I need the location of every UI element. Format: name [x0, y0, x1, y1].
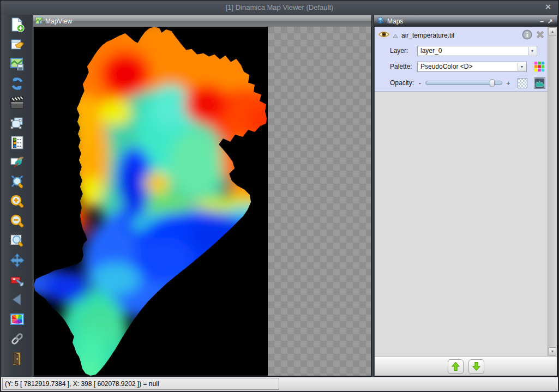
opacity-row: Opacity: - +: [390, 77, 545, 88]
scrollbar-up-icon[interactable]: ▲: [549, 27, 556, 35]
dropdown-arrow-icon[interactable]: ▼: [528, 47, 536, 55]
zoom-window-icon: [10, 233, 25, 250]
toolbar-zoom-out-button[interactable]: [8, 214, 26, 231]
palette-label: Palette:: [390, 63, 417, 70]
palette-editor-icon[interactable]: [534, 61, 545, 72]
toolbar-hummingbird-button[interactable]: [8, 155, 26, 172]
toolbar-exit-button[interactable]: [8, 351, 26, 368]
palette-select-value: PseudoColor <D>: [420, 63, 472, 70]
toolbar-link-button[interactable]: [8, 331, 26, 348]
window-title: [1] Dinamica Map Viewer (Default): [226, 3, 334, 11]
temperature-map[interactable]: [34, 27, 268, 376]
back-icon: [10, 292, 25, 309]
layer-filename: air_temperature.tif: [401, 32, 454, 39]
layer-info-icon[interactable]: i: [522, 29, 532, 42]
collapse-triangle-icon[interactable]: [393, 31, 398, 40]
toolbar-animation-button[interactable]: [8, 96, 26, 113]
toolbar-zoom-extent-button[interactable]: [8, 174, 26, 191]
maps-scrollbar[interactable]: ▲ ▼: [548, 27, 557, 356]
hummingbird-icon: [10, 155, 25, 172]
panel-float-button[interactable]: ↗: [548, 16, 553, 26]
opacity-slider-handle[interactable]: [490, 79, 495, 87]
opacity-slider[interactable]: [425, 81, 502, 85]
zoom-in-icon: [10, 194, 25, 211]
title-bar: [1] Dinamica Map Viewer (Default) ×: [1, 1, 558, 14]
toolbar-back-button[interactable]: [8, 292, 26, 309]
layer-card: air_temperature.tif i Layer: layer_0 ▼ P…: [375, 27, 548, 92]
toolbar-select-page-button[interactable]: [8, 37, 26, 54]
opacity-plus[interactable]: +: [504, 79, 512, 87]
toolbar-new-map-button[interactable]: [8, 17, 26, 34]
panel-minimize-button[interactable]: –: [540, 16, 544, 26]
toolbar-zoom-in-button[interactable]: [8, 194, 26, 211]
toolbar-palette-button[interactable]: [8, 312, 26, 329]
pan-icon: [10, 253, 25, 270]
save-map-icon: [10, 57, 25, 74]
toolbar-toolbox-button[interactable]: [8, 273, 26, 290]
palette-select[interactable]: PseudoColor <D> ▼: [417, 62, 527, 72]
toolbox-icon: [10, 273, 25, 290]
map-canvas[interactable]: [34, 27, 371, 376]
new-map-icon: [10, 17, 25, 34]
dropdown-arrow-icon[interactable]: ▼: [518, 63, 526, 71]
animation-icon: [10, 96, 25, 113]
exit-icon: [10, 351, 25, 368]
window-close-button[interactable]: ×: [543, 2, 554, 13]
maps-panel-header[interactable]: Maps – ↗: [374, 15, 557, 27]
mapview-panel-header[interactable]: MapView: [33, 15, 371, 27]
layer-select-value: layer_0: [420, 47, 442, 55]
zoom-out-icon: [10, 214, 25, 231]
dither-icon[interactable]: [518, 78, 527, 88]
mapview-panel-title: MapView: [45, 17, 72, 25]
maps-bottom-bar: [375, 357, 557, 376]
link-icon: [10, 331, 25, 348]
maps-panel-title: Maps: [387, 17, 403, 25]
visibility-eye-icon[interactable]: [378, 31, 389, 40]
mapview-icon: [35, 17, 43, 26]
layer-label: Layer:: [390, 47, 417, 55]
layers-icon: [376, 16, 384, 26]
zoom-extent-icon: [10, 174, 25, 191]
move-layer-down-button[interactable]: [468, 359, 484, 374]
toolbar-save-map-button[interactable]: [8, 57, 26, 74]
toolbar-zoom-window-button[interactable]: [8, 233, 26, 250]
toolbar-copy-view-button[interactable]: [8, 116, 26, 132]
toolbar-refresh-button[interactable]: [8, 76, 26, 93]
left-toolbar: [2, 15, 32, 377]
legend-icon: [10, 135, 25, 152]
layer-title-row: air_temperature.tif i: [378, 30, 545, 41]
app-window: [1] Dinamica Map Viewer (Default) × MapV…: [0, 0, 559, 392]
opacity-minus[interactable]: -: [416, 79, 423, 87]
toolbar-pan-button[interactable]: [8, 253, 26, 270]
histogram-icon[interactable]: [534, 77, 545, 89]
maps-panel: Maps – ↗ air_temperature.tif i Layer:: [374, 15, 558, 377]
mapview-panel: MapView: [33, 15, 372, 377]
opacity-label: Opacity:: [390, 79, 416, 87]
layer-close-icon[interactable]: [536, 30, 545, 41]
copy-view-icon: [10, 116, 25, 132]
select-page-icon: [10, 37, 25, 54]
palette-row: Palette: PseudoColor <D> ▼: [390, 61, 545, 72]
layer-select[interactable]: layer_0 ▼: [417, 46, 537, 56]
maps-panel-content: air_temperature.tif i Layer: layer_0 ▼ P…: [375, 27, 557, 376]
transparent-area-checkerboard[interactable]: [268, 27, 371, 376]
scrollbar-down-icon[interactable]: ▼: [549, 347, 556, 355]
toolbar-legend-button[interactable]: [8, 135, 26, 152]
status-bar: (Y: 5 [ 7812919.7384 ], X: 398 [ 602078.…: [1, 377, 558, 391]
palette-icon: [10, 312, 25, 329]
refresh-icon: [10, 76, 25, 93]
move-layer-up-button[interactable]: [448, 359, 464, 374]
layer-row: Layer: layer_0 ▼: [390, 45, 545, 56]
coordinate-readout: (Y: 5 [ 7812919.7384 ], X: 398 [ 602078.…: [2, 378, 279, 390]
